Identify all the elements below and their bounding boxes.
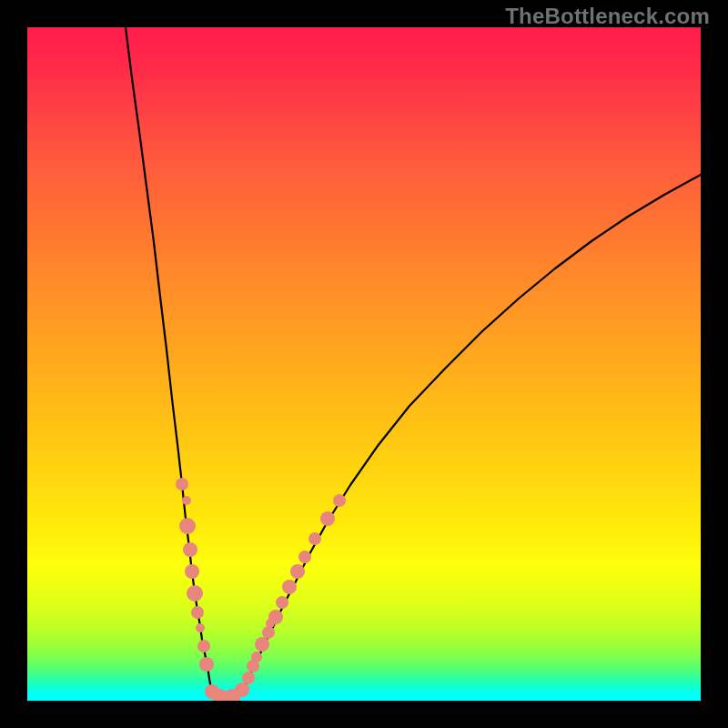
marker-dot <box>255 637 269 652</box>
marker-dot <box>320 511 335 526</box>
marker-dot <box>333 494 346 507</box>
marker-dot <box>282 580 297 594</box>
chart-frame: TheBottleneck.com <box>0 0 728 728</box>
marker-dot <box>251 652 262 662</box>
marker-dot <box>290 564 305 579</box>
marker-dot <box>185 564 199 579</box>
marker-dot <box>199 657 214 672</box>
marker-dot <box>179 518 196 534</box>
curve-svg <box>27 27 701 701</box>
marker-dot <box>187 585 203 602</box>
marker-dot <box>182 496 191 505</box>
marker-dot <box>276 596 288 609</box>
marker-dot <box>298 551 311 563</box>
right-curve-path <box>240 175 701 693</box>
plot-area <box>27 27 701 701</box>
marker-dot <box>196 623 205 632</box>
marker-dot <box>183 542 197 557</box>
marker-dot <box>308 532 321 545</box>
markers-group <box>176 478 346 701</box>
marker-dot <box>176 478 188 490</box>
watermark-text: TheBottleneck.com <box>505 4 710 29</box>
marker-dot <box>262 626 275 639</box>
marker-dot <box>268 610 283 624</box>
marker-dot <box>197 640 210 652</box>
marker-dot <box>242 672 255 684</box>
marker-dot <box>235 682 249 697</box>
marker-dot <box>191 606 204 619</box>
